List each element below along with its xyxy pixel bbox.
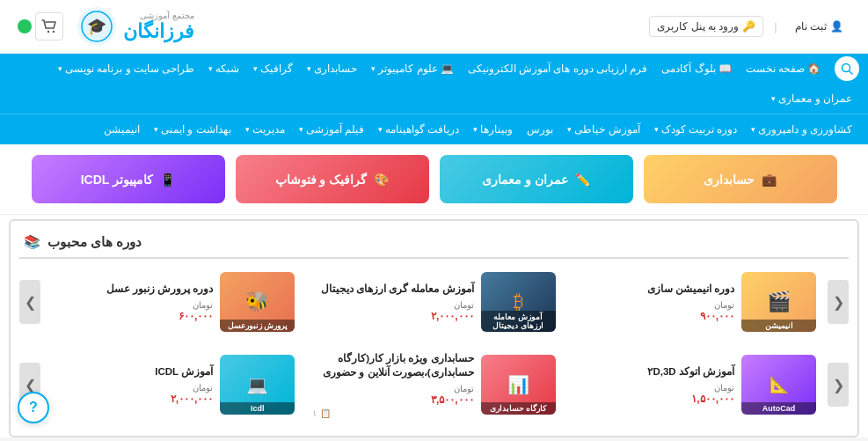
nav-item-sewing[interactable]: آموزش خیاطی ▾ [560, 114, 646, 144]
cart-icon[interactable] [35, 12, 63, 40]
nav-item-health[interactable]: بهداشت و ایمنی ▾ [147, 114, 238, 144]
courses-row-1: ❮ 🎬 انیمیشن دوره انیمیشن سازی تومان ۹۰۰,… [19, 268, 849, 336]
logo-name: فرزانگان [123, 20, 194, 43]
svg-point-3 [53, 31, 55, 33]
honey-price: ۶۰۰,۰۰۰ [52, 310, 213, 322]
nav-item-child[interactable]: دوره تربیت کودک ▾ [647, 114, 745, 144]
graphic-icon: 🎨 [374, 173, 389, 187]
nav-computer-label: علوم کامپیوتر [378, 62, 437, 75]
course-thumb-autocad: 📐 AutoCad [741, 355, 816, 415]
course-card-accounting-workshop[interactable]: 📊 کارگاه حسابداری حسابداری ویژه بازار کا… [308, 347, 559, 423]
top-icons [18, 12, 63, 40]
nav-item-civil[interactable]: عمران و معماری ▾ [764, 84, 859, 114]
arrow-down-icon-4: ▾ [208, 64, 213, 73]
nav-item-certificate[interactable]: دریافت گواهینامه ▾ [371, 114, 466, 144]
nav-item-film[interactable]: فیلم آموزشی ▾ [292, 114, 371, 144]
course-thumb-accounting-workshop: 📊 کارگاه حسابداری [481, 355, 556, 415]
honey-title: دوره پرورش زنبور عسل [52, 282, 213, 296]
help-button[interactable]: ? [18, 392, 49, 423]
category-section: 💼 حسابداری ✏️ عمران و معماری 🎨 گرافیک و … [0, 144, 868, 215]
civil-icon: ✏️ [575, 173, 590, 187]
nav-item-agriculture[interactable]: کشاورزی و دامپروری ▾ [744, 114, 859, 144]
arrow-down-icon-9: ▾ [567, 125, 572, 134]
courses-row-2: ❮ 📐 AutoCad آموزش اتوکد ۲D,3D تومان ۱,۵۰… [19, 347, 849, 423]
autocad-toman: تومان [573, 383, 734, 393]
accounting-workshop-title: حسابداری ویژه بازار کار(کارگاه حسابداری)… [312, 351, 473, 379]
accounting-thumb-icon: 📊 [507, 374, 529, 395]
divider-bar: | [774, 20, 777, 33]
course-counter: 📋 ۱ [312, 408, 473, 418]
top-bar-right: 👤 ثبت نام | 🔑 ورود به پنل کاربری [649, 16, 850, 37]
crypto-thumb-label: آموزش معامله ارزهای دیجیتال [481, 311, 556, 332]
nav-item-home[interactable]: 🏠 صفحه نخست [739, 54, 828, 84]
nav-item-graphic[interactable]: گرافیک ▾ [246, 54, 300, 84]
course-info-animation: دوره انیمیشن سازی تومان ۹۰۰,۰۰۰ [573, 282, 734, 322]
arrow-down-icon-8: ▾ [654, 125, 659, 134]
course-card-animation[interactable]: 🎬 انیمیشن دوره انیمیشن سازی تومان ۹۰۰,۰۰… [569, 268, 821, 336]
svg-point-2 [47, 31, 49, 33]
nav-child-label: دوره تربیت کودک [661, 123, 738, 136]
cat-box-icdl[interactable]: 📱 کامپیوتر ICDL [32, 155, 225, 203]
nav-agri-label: کشاورزی و دامپروری [758, 123, 852, 136]
popular-courses-section: دوره های محبوب 📚 ❮ 🎬 انیمیشن دوره انیمیش… [9, 219, 859, 437]
search-button[interactable] [835, 56, 859, 81]
course-card-autocad[interactable]: 📐 AutoCad آموزش اتوکد ۲D,3D تومان ۱,۵۰۰,… [569, 347, 821, 423]
animation-price: ۹۰۰,۰۰۰ [573, 310, 734, 322]
arrow-down-icon-10: ▾ [473, 125, 478, 134]
arrow-down-icon-14: ▾ [154, 125, 158, 134]
login-label: ورود به پنل کاربری [657, 20, 739, 33]
course-info-crypto: آموزش معامله گری ارزهای دیجیتال تومان ۲,… [312, 282, 473, 322]
cat-box-graphic[interactable]: 🎨 گرافیک و فتوشاپ [236, 155, 429, 203]
cat-graphic-label: گرافیک و فتوشاپ [275, 173, 368, 187]
nav-webinar-label: وبینارها [480, 123, 513, 136]
nav-item-form[interactable]: فرم ارزیابی دوره های آموزش الکترونیکی [461, 54, 655, 84]
nav-item-network[interactable]: شبکه ▾ [201, 54, 246, 84]
icdl-thumb-icon: 💻 [246, 374, 268, 395]
prev-arrow-row1[interactable]: ❮ [828, 280, 849, 324]
course-card-honey[interactable]: 🐝 پرورش زنبورعسل دوره پرورش زنبور عسل تو… [47, 268, 299, 336]
nav-item-animation[interactable]: انیمیشن [97, 114, 147, 144]
nav-web-label: طراحی سایت و برنامه نویسی [65, 62, 194, 75]
accounting-workshop-price: ۳,۵۰۰,۰۰۰ [312, 393, 473, 406]
cat-icdl-label: کامپیوتر ICDL [81, 173, 154, 187]
register-button[interactable]: 👤 ثبت نام [788, 17, 850, 36]
login-button[interactable]: 🔑 ورود به پنل کاربری [649, 16, 763, 37]
course-card-icdl[interactable]: 💻 Icdl آموزش ICDL تومان ۲,۰۰۰,۰۰۰ [47, 347, 299, 423]
nav-item-webinar[interactable]: وبینارها ▾ [466, 114, 520, 144]
animation-title: دوره انیمیشن سازی [573, 282, 734, 296]
nav-home-label: صفحه نخست [746, 62, 805, 75]
nav-civil-label: عمران و معماری [778, 92, 852, 105]
logo-text-area: مجتمع آموزشی فرزانگان [123, 11, 194, 43]
autocad-title: آموزش اتوکد ۲D,3D [573, 364, 734, 379]
next-arrow-row1[interactable]: ❯ [19, 280, 40, 324]
accounting-icon: 💼 [762, 173, 777, 187]
nav-item-computer[interactable]: 💻 علوم کامپیوتر ▾ [364, 54, 460, 84]
prev-arrow-row2[interactable]: ❮ [828, 363, 849, 407]
arrow-down-icon-2: ▾ [307, 64, 311, 73]
nav-item-management[interactable]: مدیریت ▾ [238, 114, 292, 144]
arrow-down-icon: ▾ [371, 64, 376, 73]
autocad-thumb-icon: 📐 [770, 375, 789, 394]
cat-box-civil[interactable]: ✏️ عمران و معماری [440, 155, 633, 203]
nav-item-bourse[interactable]: بورس [520, 114, 560, 144]
course-card-crypto[interactable]: ₿ آموزش معامله ارزهای دیجیتال آموزش معام… [308, 268, 559, 336]
arrow-down-icon-5: ▾ [58, 64, 62, 73]
nav-item-blog[interactable]: 📖 بلوگ آکادمی [654, 54, 738, 84]
course-thumb-animation: 🎬 انیمیشن [741, 272, 816, 332]
nav-anim-label: انیمیشن [104, 123, 140, 136]
honey-toman: تومان [52, 300, 213, 310]
book-open-icon: 📚 [24, 234, 40, 250]
crypto-toman: تومان [312, 300, 473, 310]
popular-courses-title: دوره های محبوب [47, 234, 142, 250]
home-icon: 🏠 [807, 62, 821, 75]
nav-item-web[interactable]: طراحی سایت و برنامه نویسی ▾ [51, 54, 201, 84]
honey-thumb-label: پرورش زنبورعسل [220, 320, 295, 332]
course-info-honey: دوره پرورش زنبور عسل تومان ۶۰۰,۰۰۰ [52, 282, 213, 322]
nav-inner-row2: کشاورزی و دامپروری ▾ دوره تربیت کودک ▾ آ… [9, 114, 859, 144]
nav-accounting-label: حسابداری [314, 62, 357, 75]
icdl-toman: تومان [52, 383, 213, 393]
nav-bar-row1: 🏠 صفحه نخست 📖 بلوگ آکادمی فرم ارزیابی دو… [0, 54, 868, 114]
nav-item-accounting[interactable]: حسابداری ▾ [300, 54, 364, 84]
register-label: ثبت نام [795, 20, 827, 33]
cat-box-accounting[interactable]: 💼 حسابداری [644, 155, 837, 203]
